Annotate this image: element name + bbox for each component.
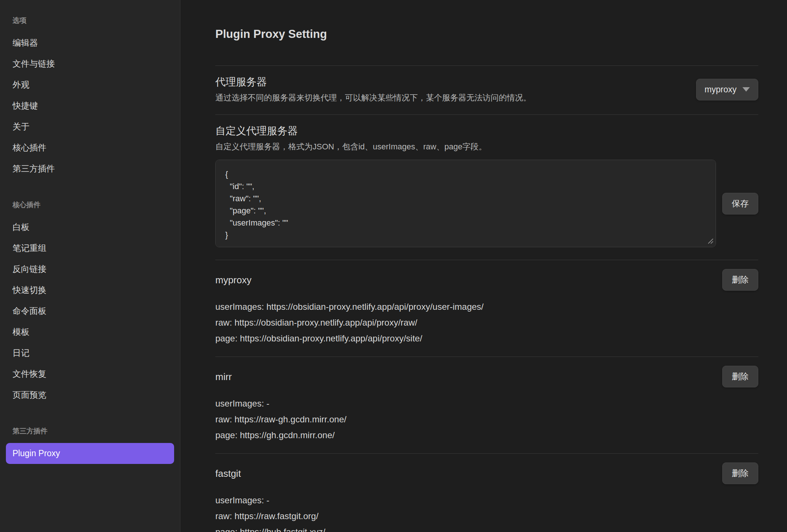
entry-raw-line: raw: https://raw.fastgit.org/ [215, 508, 758, 524]
custom-proxy-json-input[interactable]: { "id": "", "raw": "", "page": "", "user… [215, 160, 716, 247]
sidebar-item-hotkeys[interactable]: 快捷键 [6, 95, 174, 116]
entry-userimages-line: userImages: - [215, 492, 758, 508]
entry-name-myproxy: myproxy [215, 274, 251, 286]
entry-raw-line: raw: https://obsidian-proxy.netlify.app/… [215, 315, 758, 330]
sidebar-item-file-recovery[interactable]: 文件恢复 [6, 363, 174, 384]
delete-button-myproxy[interactable]: 删除 [722, 269, 758, 291]
sidebar-item-daily-notes[interactable]: 日记 [6, 343, 174, 363]
page-title: Plugin Proxy Setting [215, 27, 758, 41]
entry-page-line: page: https://hub.fastgit.xyz/ [215, 524, 758, 532]
proxy-server-desc: 通过选择不同的服务器来切换代理，可以解决某些情况下，某个服务器无法访问的情况。 [215, 92, 531, 103]
sidebar-header-core-plugins: 核心插件 [6, 201, 174, 209]
sidebar-header-options: 选项 [6, 16, 174, 25]
sidebar-item-appearance[interactable]: 外观 [6, 74, 174, 95]
sidebar-section-core-plugins: 核心插件 白板 笔记重组 反向链接 快速切换 命令面板 模板 日记 文件恢复 页… [6, 201, 174, 405]
entry-name-mirr: mirr [215, 370, 232, 383]
sidebar-header-community-plugins: 第三方插件 [6, 427, 174, 436]
entry-page-line: page: https://obsidian-proxy.netlify.app… [215, 330, 758, 346]
save-button[interactable]: 保存 [722, 193, 758, 214]
sidebar-section-options: 选项 编辑器 文件与链接 外观 快捷键 关于 核心插件 第三方插件 [6, 16, 174, 179]
sidebar-item-canvas[interactable]: 白板 [6, 217, 174, 238]
custom-proxy-name: 自定义代理服务器 [215, 124, 758, 138]
sidebar-item-templates[interactable]: 模板 [6, 322, 174, 343]
entry-name-fastgit: fastgit [215, 467, 241, 480]
entry-details-fastgit: userImages: - raw: https://raw.fastgit.o… [215, 492, 758, 532]
sidebar-item-community-plugins[interactable]: 第三方插件 [6, 158, 174, 179]
custom-proxy-editor-row: { "id": "", "raw": "", "page": "", "user… [215, 160, 758, 247]
proxy-entry-mirr: mirr 删除 userImages: - raw: https://raw-g… [215, 357, 758, 453]
sidebar-item-core-plugins[interactable]: 核心插件 [6, 137, 174, 158]
proxy-server-dropdown-value: myproxy [705, 84, 737, 95]
sidebar-item-note-composer[interactable]: 笔记重组 [6, 238, 174, 259]
delete-button-mirr[interactable]: 删除 [722, 366, 758, 387]
sidebar-section-community-plugins: 第三方插件 Plugin Proxy [6, 427, 174, 464]
proxy-entry-myproxy: myproxy 删除 userImages: https://obsidian-… [215, 260, 758, 357]
custom-proxy-desc: 自定义代理服务器，格式为JSON，包含id、userImages、raw、pag… [215, 141, 758, 152]
settings-sidebar: 选项 编辑器 文件与链接 外观 快捷键 关于 核心插件 第三方插件 核心插件 白… [0, 0, 180, 532]
delete-button-fastgit[interactable]: 删除 [722, 462, 758, 484]
entry-head: myproxy 删除 [215, 269, 758, 291]
proxy-server-info: 代理服务器 通过选择不同的服务器来切换代理，可以解决某些情况下，某个服务器无法访… [215, 75, 531, 103]
settings-content: Plugin Proxy Setting 代理服务器 通过选择不同的服务器来切换… [180, 0, 787, 532]
sidebar-item-files-links[interactable]: 文件与链接 [6, 53, 174, 74]
sidebar-item-quick-switcher[interactable]: 快速切换 [6, 280, 174, 301]
entry-details-myproxy: userImages: https://obsidian-proxy.netli… [215, 299, 758, 346]
entry-head: fastgit 删除 [215, 462, 758, 484]
proxy-server-setting: 代理服务器 通过选择不同的服务器来切换代理，可以解决某些情况下，某个服务器无法访… [215, 65, 758, 114]
resize-handle-icon[interactable] [707, 237, 713, 244]
custom-proxy-textarea-wrap: { "id": "", "raw": "", "page": "", "user… [215, 160, 716, 247]
sidebar-item-command-palette[interactable]: 命令面板 [6, 301, 174, 322]
proxy-server-dropdown[interactable]: myproxy [696, 79, 758, 100]
sidebar-item-backlinks[interactable]: 反向链接 [6, 259, 174, 280]
entry-head: mirr 删除 [215, 366, 758, 387]
entry-details-mirr: userImages: - raw: https://raw-gh.gcdn.m… [215, 396, 758, 443]
entry-userimages-line: userImages: - [215, 396, 758, 411]
proxy-server-name: 代理服务器 [215, 75, 531, 89]
entry-page-line: page: https://gh.gcdn.mirr.one/ [215, 427, 758, 443]
sidebar-item-about[interactable]: 关于 [6, 116, 174, 137]
entry-userimages-line: userImages: https://obsidian-proxy.netli… [215, 299, 758, 315]
entry-raw-line: raw: https://raw-gh.gcdn.mirr.one/ [215, 411, 758, 427]
sidebar-item-editor[interactable]: 编辑器 [6, 32, 174, 53]
sidebar-item-plugin-proxy[interactable]: Plugin Proxy [6, 443, 174, 464]
proxy-entry-fastgit: fastgit 删除 userImages: - raw: https://ra… [215, 453, 758, 532]
custom-proxy-setting: 自定义代理服务器 自定义代理服务器，格式为JSON，包含id、userImage… [215, 114, 758, 260]
chevron-down-icon [742, 87, 750, 92]
sidebar-item-page-preview[interactable]: 页面预览 [6, 384, 174, 405]
